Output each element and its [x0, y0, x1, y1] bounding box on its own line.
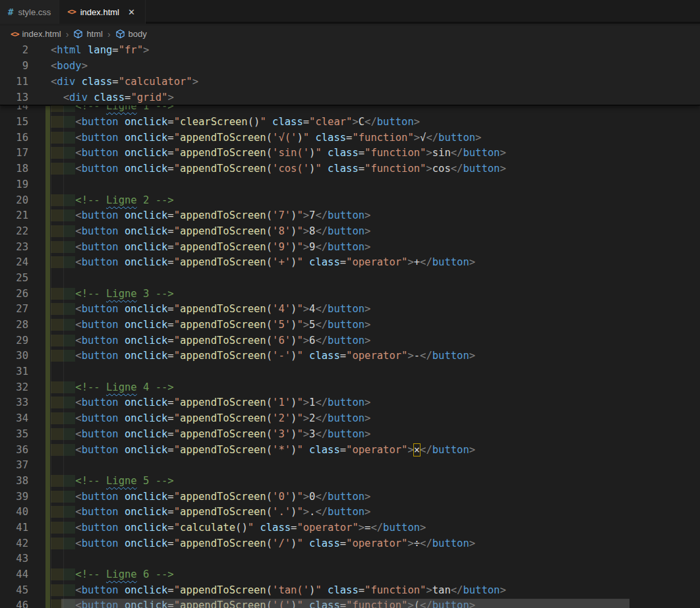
- indent-rainbow-col-1: [51, 397, 63, 408]
- code-line-39[interactable]: 39 <button onclick="appendToScreen('0')"…: [0, 489, 700, 505]
- breadcrumb-item-file[interactable]: <> index.html: [11, 29, 61, 39]
- code-line-29[interactable]: 29 <button onclick="appendToScreen('6')"…: [0, 333, 700, 349]
- line-number[interactable]: 18: [0, 161, 28, 177]
- line-number[interactable]: 20: [0, 193, 28, 209]
- line-number[interactable]: 25: [0, 271, 28, 287]
- code-text: <button onclick="appendToScreen('6')">6<…: [51, 333, 370, 349]
- breadcrumb-item-html[interactable]: html: [73, 29, 103, 39]
- code-line-25[interactable]: 25: [0, 271, 700, 287]
- code-text: <button onclick="appendToScreen('5')">5<…: [51, 318, 370, 333]
- line-number[interactable]: 30: [0, 348, 28, 364]
- code-line-37[interactable]: 37: [0, 458, 700, 474]
- line-number[interactable]: 38: [0, 474, 28, 489]
- code-line-28[interactable]: 28 <button onclick="appendToScreen('5')"…: [0, 318, 700, 333]
- line-number[interactable]: 23: [0, 240, 28, 256]
- line-number[interactable]: 36: [0, 443, 28, 458]
- code-line-44[interactable]: 44 <!-- Ligne 6 -->: [0, 567, 700, 583]
- code-line-9[interactable]: 9<body>: [0, 58, 700, 74]
- line-number[interactable]: 17: [0, 146, 28, 161]
- code-line-33[interactable]: 33 <button onclick="appendToScreen('1')"…: [0, 395, 700, 411]
- code-line-23[interactable]: 23 <button onclick="appendToScreen('9')"…: [0, 240, 700, 256]
- indent-rainbow-col-2: [63, 350, 76, 362]
- code-line-24[interactable]: 24 <button onclick="appendToScreen('+')"…: [0, 255, 700, 271]
- code-line-36[interactable]: 36 <button onclick="appendToScreen('*')"…: [0, 443, 700, 458]
- indent-rainbow-col-2: [63, 522, 76, 534]
- line-number[interactable]: 9: [0, 58, 28, 74]
- code-line-21[interactable]: 21 <button onclick="appendToScreen('7')"…: [0, 208, 700, 224]
- code-line-18[interactable]: 18 <button onclick="appendToScreen('cos(…: [0, 161, 700, 177]
- line-number[interactable]: 46: [0, 598, 28, 608]
- line-number[interactable]: 2: [0, 42, 28, 58]
- code-line-42[interactable]: 42 <button onclick="appendToScreen('/')"…: [0, 536, 700, 552]
- code-line-34[interactable]: 34 <button onclick="appendToScreen('2')"…: [0, 411, 700, 427]
- line-number[interactable]: 24: [0, 255, 28, 271]
- code-line-45[interactable]: 45 <button onclick="appendToScreen('tan(…: [0, 583, 700, 599]
- line-number[interactable]: 11: [0, 74, 28, 90]
- line-number[interactable]: 37: [0, 458, 28, 474]
- code-line-32[interactable]: 32 <!-- Ligne 4 -->: [0, 380, 700, 396]
- line-number[interactable]: 40: [0, 505, 28, 520]
- code-line-22[interactable]: 22 <button onclick="appendToScreen('8')"…: [0, 224, 700, 240]
- line-number[interactable]: 35: [0, 427, 28, 443]
- line-number[interactable]: 13: [0, 90, 28, 105]
- code-text: <button onclick="appendToScreen('cos(')"…: [51, 161, 506, 177]
- line-number[interactable]: 45: [0, 583, 28, 599]
- code-line-26[interactable]: 26 <!-- Ligne 3 -->: [0, 287, 700, 302]
- indent-rainbow-col-2: [63, 163, 76, 175]
- code-line-17[interactable]: 17 <button onclick="appendToScreen('sin(…: [0, 146, 700, 161]
- tab-style-css[interactable]: # style.css: [0, 0, 59, 24]
- line-number[interactable]: 22: [0, 224, 28, 240]
- line-number[interactable]: 15: [0, 115, 28, 130]
- code-line-30[interactable]: 30 <button onclick="appendToScreen('-')"…: [0, 348, 700, 364]
- code-line-13[interactable]: 13 <div class="grid">: [0, 90, 700, 105]
- tab-index-html[interactable]: <> index.html ✕: [59, 0, 146, 24]
- vscode-window: # style.css <> index.html ✕ <> index.htm…: [0, 0, 700, 608]
- code-line-15[interactable]: 15 <button onclick="clearScreen()" class…: [0, 115, 700, 130]
- line-number[interactable]: 29: [0, 333, 28, 349]
- horizontal-scrollbar[interactable]: [61, 599, 629, 608]
- indent-rainbow-col-1: [51, 412, 63, 424]
- code-line-40[interactable]: 40 <button onclick="appendToScreen('.')"…: [0, 505, 700, 520]
- code-line-19[interactable]: 19: [0, 177, 700, 193]
- line-number[interactable]: 34: [0, 411, 28, 427]
- code-line-27[interactable]: 27 <button onclick="appendToScreen('4')"…: [0, 302, 700, 318]
- indent-rainbow-col-2: [63, 428, 76, 440]
- line-number[interactable]: 44: [0, 567, 28, 583]
- code-line-11[interactable]: 11<div class="calculator">: [0, 74, 700, 90]
- indent-rainbow-col-1: [51, 194, 63, 206]
- code-line-20[interactable]: 20 <!-- Ligne 2 -->: [0, 193, 700, 209]
- code-line-35[interactable]: 35 <button onclick="appendToScreen('3')"…: [0, 427, 700, 443]
- code-line-43[interactable]: 43: [0, 551, 700, 567]
- line-number[interactable]: 21: [0, 208, 28, 224]
- code-line-16[interactable]: 16 <button onclick="appendToScreen('√(')…: [0, 130, 700, 146]
- breadcrumb-item-body[interactable]: body: [115, 29, 147, 39]
- code-line-38[interactable]: 38 <!-- Ligne 5 -->: [0, 474, 700, 489]
- code-text: <button onclick="appendToScreen('/')" cl…: [51, 536, 475, 552]
- line-number[interactable]: 33: [0, 395, 28, 411]
- line-number[interactable]: 42: [0, 536, 28, 552]
- indent-rainbow-col-1: [51, 381, 63, 393]
- indent-rainbow-col-2: [63, 444, 76, 456]
- code-line-31[interactable]: 31: [0, 364, 700, 380]
- line-number[interactable]: 28: [0, 318, 28, 333]
- html-brackets-icon: <>: [11, 30, 18, 39]
- indent-rainbow-col-2: [63, 397, 76, 408]
- symbol-cube-icon: [73, 29, 83, 39]
- line-number[interactable]: 32: [0, 380, 28, 396]
- code-line-41[interactable]: 41 <button onclick="calculate()" class="…: [0, 520, 700, 536]
- line-number[interactable]: 43: [0, 551, 28, 567]
- code-line-2[interactable]: 2<html lang="fr">: [0, 42, 700, 58]
- line-number[interactable]: 31: [0, 364, 28, 380]
- line-number[interactable]: 41: [0, 520, 28, 536]
- indent-rainbow-col-2: [63, 256, 76, 268]
- line-number[interactable]: 19: [0, 177, 28, 193]
- code-text: <button onclick="calculate()" class="ope…: [51, 520, 426, 536]
- css-hash-icon: #: [8, 7, 13, 17]
- close-tab-icon[interactable]: ✕: [126, 7, 137, 18]
- line-number[interactable]: 39: [0, 489, 28, 505]
- line-number[interactable]: 26: [0, 287, 28, 302]
- line-number[interactable]: 16: [0, 130, 28, 146]
- line-number[interactable]: 27: [0, 302, 28, 318]
- symbol-cube-icon: [115, 29, 125, 39]
- code-editor[interactable]: 14 <!-- Ligne 1 -->15 <button onclick="c…: [0, 26, 700, 608]
